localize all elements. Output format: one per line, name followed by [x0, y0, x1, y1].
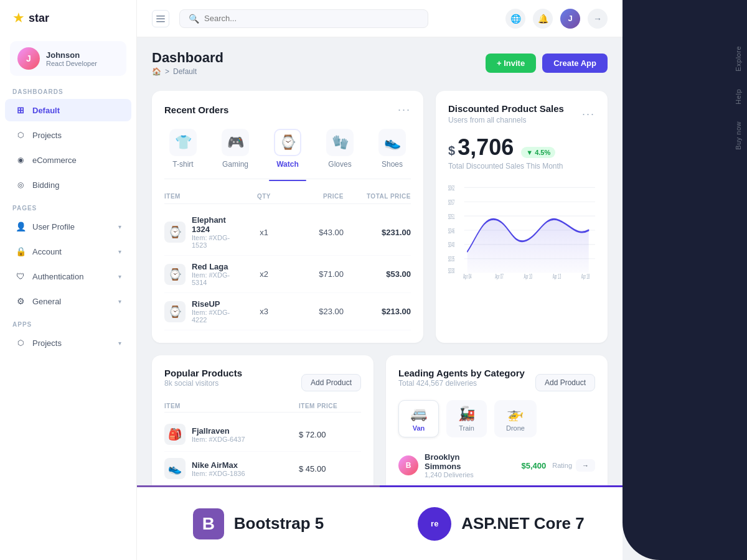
agents-add-button[interactable]: Add Product	[535, 374, 595, 391]
ecommerce-icon: ◉	[15, 154, 26, 166]
breadcrumb-current: Default	[173, 67, 197, 76]
tab-van[interactable]: 🚐 Van	[398, 400, 439, 437]
chart-card-header: Discounted Product Sales Users from all …	[448, 103, 595, 124]
card-header: Recent Orders ···	[164, 103, 411, 116]
tab-gloves[interactable]: 🧤 Gloves	[321, 126, 359, 171]
aspnet-text: ASP.NET Core 7	[461, 514, 584, 533]
item-price: $ 72.00	[299, 430, 361, 439]
item-image: 🎒	[164, 424, 186, 445]
item-name: Nike AirMax	[192, 460, 245, 470]
item-info: 🎒 Fjallraven Item: #XDG-6437	[164, 424, 299, 445]
sidebar-item-label: Account	[32, 247, 62, 256]
apps-icon: ⬡	[15, 337, 26, 348]
user-role: React Developer	[46, 60, 97, 67]
breadcrumb: 🏠 > Default	[152, 67, 223, 76]
line-chart: $362 $357 $351 $346 $340 $335 $330	[448, 180, 595, 280]
tab-tshirt[interactable]: 👕 T-shirt	[164, 126, 202, 171]
add-product-button[interactable]: Add Product	[301, 374, 361, 391]
agent-avatar: B	[398, 455, 418, 475]
side-panel-explore[interactable]: Explore	[730, 37, 747, 80]
aspnet-banner[interactable]: re ASP.NET Core 7	[380, 485, 622, 560]
page-actions: + Invite Create App	[486, 54, 608, 73]
item-info: 👟 Nike AirMax Item: #XDG-1836	[164, 458, 299, 479]
item-name: Fjallraven	[192, 426, 245, 436]
arrow-right-icon[interactable]: →	[588, 9, 608, 29]
general-icon: ⚙	[15, 296, 26, 307]
sidebar-item-label: Bidding	[32, 180, 59, 190]
tab-gaming[interactable]: 🎮 Gaming	[217, 126, 254, 171]
svg-text:$340: $340	[448, 241, 455, 249]
sidebar-item-ecommerce[interactable]: ◉ eCommerce	[5, 149, 131, 171]
chart-menu-icon[interactable]: ···	[582, 108, 595, 121]
svg-text:Apr 13: Apr 13	[553, 273, 561, 280]
svg-text:$351: $351	[448, 213, 455, 221]
sidebar-item-default[interactable]: ⊞ Default	[5, 99, 131, 121]
rating-button[interactable]: →	[576, 459, 595, 472]
item-id: Item: #XDG-4222	[192, 309, 234, 324]
tab-drone[interactable]: 🚁 Drone	[494, 400, 537, 437]
create-app-button[interactable]: Create App	[542, 54, 608, 73]
sidebar-item-account[interactable]: 🔒 Account ▾	[5, 240, 131, 263]
card-menu-icon[interactable]: ···	[398, 103, 411, 116]
item-id: Item: #XDG-5314	[192, 271, 234, 286]
sidebar-item-label: Authentication	[32, 272, 83, 281]
sidebar-item-label: eCommerce	[32, 156, 77, 165]
chevron-down-icon: ▾	[118, 273, 121, 280]
sidebar-item-authentication[interactable]: 🛡 Authentication ▾	[5, 265, 131, 287]
projects-icon: ⬡	[15, 129, 26, 141]
tab-watch[interactable]: ⌚ Watch	[269, 126, 306, 171]
agent-deliveries: 1,240 Deliveries	[425, 471, 496, 478]
tab-shoes-label: Shoes	[382, 160, 403, 169]
transport-tabs: 🚐 Van 🚂 Train 🚁 Drone	[398, 400, 595, 437]
agent-earnings: $5,400	[502, 461, 546, 470]
table-row: ⌚ Elephant 1324 Item: #XDG-1523 x1 $43.0…	[164, 209, 411, 256]
user-icon: 👤	[15, 221, 26, 232]
item-price: $23.00	[294, 307, 344, 316]
notification-icon[interactable]: 🔔	[533, 9, 553, 29]
orders-table-header: ITEM QTY PRICE TOTAL PRICE	[164, 189, 411, 204]
sidebar-item-user-profile[interactable]: 👤 User Profile ▾	[5, 215, 131, 238]
globe-icon[interactable]: 🌐	[505, 9, 525, 29]
item-info: ⌚ Red Laga Item: #XDG-5314	[164, 262, 234, 286]
item-name: Elephant 1324	[192, 215, 234, 234]
sidebar-item-label: User Profile	[32, 222, 75, 231]
bootstrap-icon: B	[193, 508, 224, 539]
tab-train-label: Train	[459, 424, 474, 432]
tab-gaming-label: Gaming	[222, 160, 248, 169]
section-dashboards: DASHBOARDS	[0, 81, 136, 98]
collapse-button[interactable]	[152, 10, 169, 27]
sidebar-item-general[interactable]: ⚙ General ▾	[5, 290, 131, 312]
dollar-sign: $	[448, 144, 455, 158]
user-avatar-header[interactable]: J	[560, 9, 580, 29]
sidebar-item-projects[interactable]: ⬡ Projects	[5, 124, 131, 146]
tab-watch-label: Watch	[276, 160, 299, 169]
tab-gloves-label: Gloves	[328, 160, 351, 169]
svg-text:$335: $335	[448, 256, 455, 263]
account-icon: 🔒	[15, 246, 26, 257]
search-box[interactable]: 🔍	[179, 9, 428, 28]
prod-table-header: ITEM ITEM PRICE	[164, 400, 361, 413]
search-input[interactable]	[204, 14, 419, 23]
rating-label: Rating	[552, 462, 572, 469]
sidebar-item-bidding[interactable]: ◎ Bidding	[5, 174, 131, 196]
user-profile-card[interactable]: J Johnson React Developer	[10, 41, 126, 76]
bootstrap-banner[interactable]: B Bootstrap 5	[137, 485, 380, 560]
drone-icon: 🚁	[507, 406, 524, 422]
page: Dashboard 🏠 > Default + Invite Create Ap…	[137, 37, 622, 560]
tab-train[interactable]: 🚂 Train	[446, 400, 487, 437]
invite-button[interactable]: + Invite	[486, 54, 536, 73]
svg-rect-1	[156, 18, 165, 19]
col-item: ITEM	[164, 403, 299, 409]
col-price: ITEM PRICE	[299, 403, 361, 409]
item-qty: x2	[239, 269, 289, 279]
overlay-banners: B Bootstrap 5 re ASP.NET Core 7	[137, 485, 622, 560]
svg-text:Apr 04: Apr 04	[463, 273, 472, 280]
chart-area: $362 $357 $351 $346 $340 $335 $330	[448, 180, 595, 280]
sidebar-item-projects-app[interactable]: ⬡ Projects ▾	[5, 332, 131, 354]
side-panel-help[interactable]: Help	[730, 80, 747, 113]
side-panel-buynow[interactable]: Buy now	[730, 113, 747, 159]
page-header-area: Dashboard 🏠 > Default + Invite Create Ap…	[152, 50, 608, 78]
tab-shoes[interactable]: 👟 Shoes	[374, 126, 411, 171]
list-item: B Brooklyn Simmons 1,240 Deliveries $5,4…	[398, 447, 595, 484]
list-item: 🎒 Fjallraven Item: #XDG-6437 $ 72.00	[164, 418, 361, 452]
